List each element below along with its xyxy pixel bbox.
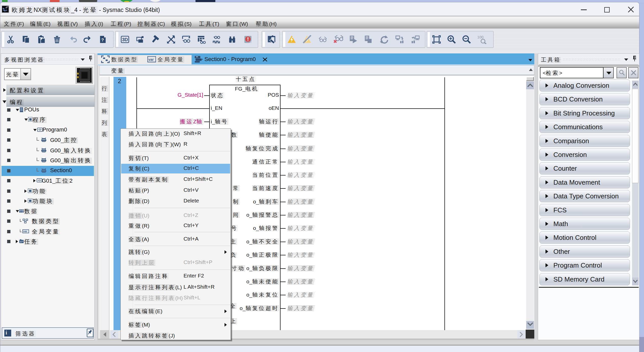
svg-text:3D: 3D <box>122 37 128 42</box>
svg-text:100: 100 <box>477 35 483 39</box>
svg-text:?: ? <box>101 38 104 42</box>
svg-text:var: var <box>23 230 27 233</box>
svg-text:var: var <box>148 57 154 62</box>
